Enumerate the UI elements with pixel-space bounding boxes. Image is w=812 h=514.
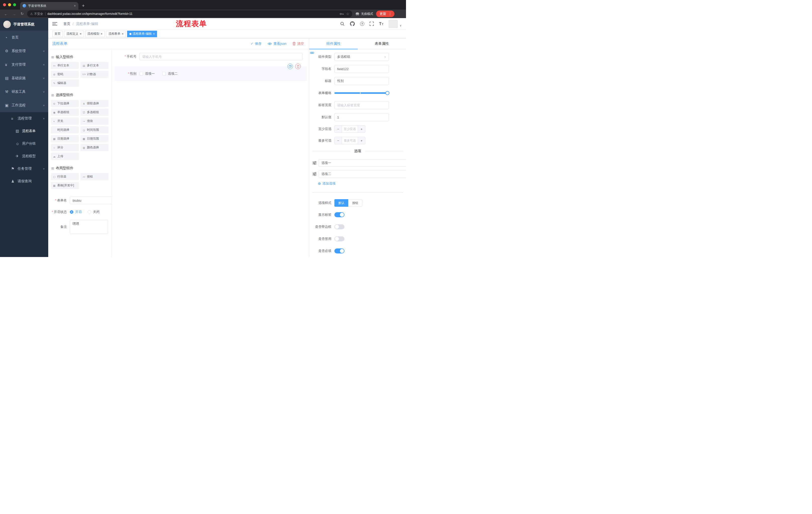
- search-icon[interactable]: [340, 22, 345, 26]
- close-icon[interactable]: ×: [153, 32, 155, 35]
- browser-menu-icon[interactable]: ⋮: [388, 12, 392, 16]
- address-bar[interactable]: ⚠ 不安全 dashboard.yudao.iocoder.cn/bpm/man…: [27, 10, 352, 17]
- sidebar-item-home[interactable]: ◔ 首页: [0, 31, 48, 44]
- avatar[interactable]: [389, 20, 398, 28]
- palette-item-checkbox-group[interactable]: ☑多选框组: [80, 109, 109, 116]
- form-grid-slider[interactable]: [335, 89, 389, 97]
- component-type-select[interactable]: 多选框组 ∨: [335, 53, 389, 61]
- status-off-radio[interactable]: 关闭: [88, 210, 99, 214]
- palette-item-rate[interactable]: ☆评分: [51, 144, 79, 151]
- drag-handle-icon[interactable]: [313, 161, 317, 165]
- github-icon[interactable]: [350, 21, 355, 26]
- bordered-switch[interactable]: [335, 224, 344, 229]
- title-input[interactable]: [335, 77, 389, 85]
- default-value-input[interactable]: [335, 113, 389, 121]
- label-width-input[interactable]: [335, 101, 389, 109]
- palette-item-radio-group[interactable]: ◉单选框组: [51, 109, 79, 116]
- browser-update-button[interactable]: 更新 ⋮: [376, 10, 395, 17]
- canvas-field-phone[interactable]: *手机号: [114, 53, 302, 60]
- sidebar-item-process-form[interactable]: ▥ 流程表单: [0, 125, 48, 137]
- sidebar-item-user-group[interactable]: ☺ 用户分组: [0, 137, 48, 150]
- close-icon[interactable]: ×: [122, 32, 124, 35]
- slider-track[interactable]: [335, 92, 388, 94]
- palette-item-slider[interactable]: ⊸滑块: [80, 117, 109, 125]
- palette-item-password[interactable]: ⊘密码: [51, 71, 79, 78]
- fullscreen-icon[interactable]: [370, 22, 374, 26]
- window-minimize-button[interactable]: [8, 3, 11, 6]
- palette-item-table[interactable]: ▦表格[开发中]: [51, 182, 79, 189]
- field-name-input[interactable]: [335, 65, 389, 73]
- font-size-icon[interactable]: T T: [379, 22, 383, 26]
- min-select-value[interactable]: 至少应选: [342, 126, 358, 133]
- slider-handle[interactable]: [385, 91, 389, 95]
- status-on-radio[interactable]: 开启: [70, 210, 82, 214]
- canvas-field-gender-selected[interactable]: *性别 选项一 选项二: [114, 66, 307, 81]
- bookmark-star-icon[interactable]: ☆: [346, 12, 349, 16]
- breadcrumb-home[interactable]: 首页: [63, 22, 70, 26]
- tag-process-form[interactable]: 流程表单 ×: [106, 31, 126, 37]
- palette-item-row-container[interactable]: ▢行容器: [51, 173, 79, 180]
- palette-item-single-line-text[interactable]: ▭单行文本: [51, 62, 79, 69]
- view-json-button[interactable]: 查看json: [267, 42, 286, 46]
- style-default-button[interactable]: 默认: [335, 199, 348, 207]
- new-tab-button[interactable]: +: [82, 3, 85, 8]
- sidebar-item-process-model[interactable]: ✈ 流程模型: [0, 150, 48, 162]
- help-icon[interactable]: ?: [360, 22, 364, 26]
- forward-button[interactable]: →: [11, 12, 17, 16]
- tab-close-icon[interactable]: ×: [74, 4, 76, 8]
- window-close-button[interactable]: [3, 3, 6, 6]
- sidebar-item-task-management[interactable]: ⚑ 任务管理 ∨: [0, 162, 48, 175]
- required-switch[interactable]: [335, 248, 344, 253]
- decrease-button[interactable]: −: [335, 137, 342, 144]
- style-button-button[interactable]: 按钮: [348, 199, 362, 207]
- sidebar-item-infrastructure[interactable]: ▤ 基础设施 ∨: [0, 72, 48, 85]
- sidebar-item-payment-management[interactable]: ¥ 支付管理 ∨: [0, 58, 48, 72]
- palette-item-date-range[interactable]: ▩日期范围: [80, 135, 109, 142]
- sidebar-item-dev-tools[interactable]: ⚒ 研发工具 ∨: [0, 85, 48, 99]
- palette-item-multi-line-text[interactable]: ▤多行文本: [80, 62, 109, 69]
- document-link-icon[interactable]: [310, 51, 314, 55]
- delete-component-button[interactable]: [295, 64, 301, 69]
- palette-item-time-picker[interactable]: 时间选择: [51, 126, 79, 134]
- browser-tab[interactable]: 芋道管理系统 ×: [20, 2, 78, 9]
- option-one-checkbox[interactable]: 选项一: [140, 72, 155, 76]
- close-icon[interactable]: ×: [80, 32, 82, 35]
- tab-component-properties[interactable]: 组件属性: [309, 38, 358, 49]
- max-select-value[interactable]: 最多可选: [342, 137, 358, 144]
- palette-item-dropdown[interactable]: ⊙下拉选择: [51, 100, 79, 107]
- back-button[interactable]: ←: [3, 12, 9, 16]
- clear-button[interactable]: 清空: [292, 42, 304, 46]
- palette-item-date-picker[interactable]: ▦日期选择: [51, 135, 79, 142]
- form-name-input[interactable]: [70, 197, 112, 204]
- option-two-checkbox[interactable]: 选项二: [162, 72, 178, 76]
- close-icon[interactable]: ×: [101, 32, 103, 35]
- increase-button[interactable]: +: [358, 137, 365, 144]
- palette-item-color-picker[interactable]: ◍颜色选择: [80, 144, 109, 151]
- palette-item-upload[interactable]: ☁上传: [51, 153, 79, 160]
- show-label-switch[interactable]: [335, 212, 344, 217]
- copy-component-button[interactable]: [287, 64, 293, 69]
- form-canvas[interactable]: *手机号 *性别 选项一 选项二: [112, 49, 309, 257]
- palette-item-time-range[interactable]: ◶时间范围: [80, 126, 109, 134]
- security-indicator[interactable]: ⚠ 不安全: [30, 12, 43, 16]
- increase-button[interactable]: +: [358, 126, 365, 133]
- sidebar-item-leave-query[interactable]: ♟ 请假查询: [0, 175, 48, 188]
- sidebar-item-system-management[interactable]: ⚙ 系统管理 ∨: [0, 44, 48, 58]
- disabled-switch[interactable]: [335, 236, 344, 241]
- reload-button[interactable]: ↻: [19, 11, 25, 16]
- tab-form-properties[interactable]: 表单属性: [358, 38, 406, 49]
- palette-item-switch[interactable]: ◐开关: [51, 117, 79, 125]
- url-text[interactable]: dashboard.yudao.iocoder.cn/bpm/manager/f…: [48, 12, 338, 16]
- palette-item-cascader[interactable]: ⋔级联选择: [80, 100, 109, 107]
- save-button[interactable]: ✓ 保存: [251, 42, 262, 46]
- add-option-button[interactable]: ⊕ 添加选项: [318, 181, 406, 186]
- drag-handle-icon[interactable]: [313, 172, 317, 176]
- sidebar-item-workflow[interactable]: ▣ 工作流程 ∧: [0, 99, 48, 112]
- option-label-input[interactable]: [319, 159, 406, 167]
- app-logo[interactable]: 芋道管理系统: [0, 18, 48, 31]
- tag-home[interactable]: 首页: [52, 31, 63, 37]
- tag-process-form-edit[interactable]: 流程表单-编辑 ×: [127, 31, 157, 37]
- phone-input[interactable]: [140, 53, 302, 60]
- palette-item-button[interactable]: ▭按钮: [80, 173, 109, 180]
- palette-item-editor[interactable]: ✎编辑器: [51, 79, 79, 87]
